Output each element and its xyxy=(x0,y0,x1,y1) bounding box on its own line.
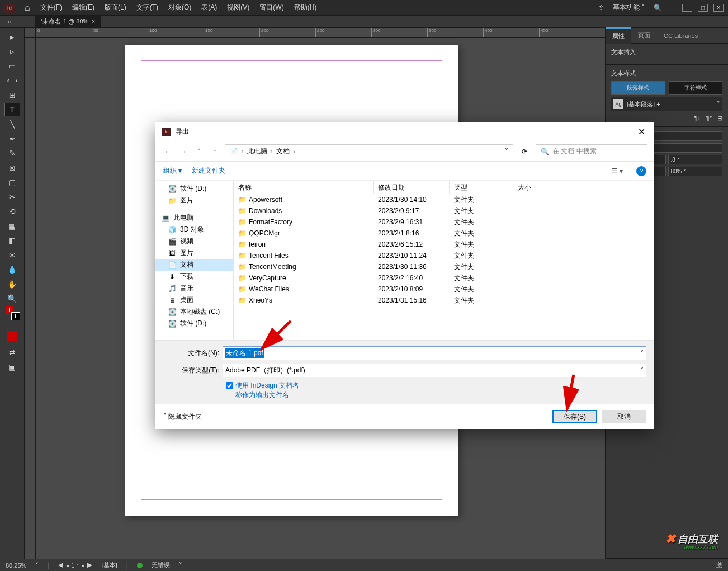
filename-input[interactable]: 未命名-1.pdf ˅ xyxy=(223,346,646,360)
color-swatch[interactable] xyxy=(4,328,20,345)
menu-view[interactable]: 视图(V) xyxy=(227,3,249,12)
gradient-feather-tool[interactable]: ◧ xyxy=(4,234,20,247)
menu-file[interactable]: 文件(F) xyxy=(40,3,62,12)
free-transform-tool[interactable]: ⟲ xyxy=(4,205,20,218)
savetype-combo[interactable]: Adobe PDF（打印）(*.pdf) ˅ xyxy=(223,364,646,377)
content-collector-tool[interactable]: ⊞ xyxy=(4,88,20,102)
window-maximize[interactable]: □ xyxy=(698,4,708,12)
collapse-icon[interactable]: ˄ xyxy=(163,413,167,421)
file-row[interactable]: 📁VeryCapture2023/2/2 16:40文件夹 xyxy=(234,272,654,284)
refresh-icon[interactable]: ⟳ xyxy=(518,148,531,155)
scissors-tool[interactable]: ✂ xyxy=(4,190,20,204)
save-button[interactable]: 保存(S) xyxy=(552,410,597,423)
screen-mode-tool[interactable]: ▣ xyxy=(4,360,20,374)
tree-item[interactable]: 💽软件 (D:) xyxy=(155,183,233,195)
document-tab-close-icon[interactable]: × xyxy=(92,18,95,25)
rectangle-frame-tool[interactable]: ⊠ xyxy=(4,161,20,174)
eyedropper-tool[interactable]: 💧 xyxy=(4,263,20,276)
file-row[interactable]: 📁QQPCMgr2023/2/1 8:16文件夹 xyxy=(234,228,654,239)
cancel-button[interactable]: 取消 xyxy=(602,410,646,423)
file-row[interactable]: 📁WeChat Files2023/2/10 8:09文件夹 xyxy=(234,284,654,295)
direct-selection-tool[interactable]: ▹ xyxy=(4,45,20,58)
pen-tool[interactable]: ✒ xyxy=(4,132,20,145)
tree-item[interactable]: 💽本地磁盘 (C:) xyxy=(155,306,233,318)
use-docname-checkbox[interactable] xyxy=(226,382,233,389)
gap-tool[interactable]: ⟷ xyxy=(4,74,20,87)
tree-item[interactable]: 🖥桌面 xyxy=(155,294,233,306)
window-minimize[interactable]: — xyxy=(682,4,692,12)
workspace-selector[interactable]: 基本功能 ˅ xyxy=(613,3,645,12)
panel-tab-pages[interactable]: 页面 xyxy=(631,28,657,43)
tree-item[interactable]: 🎬视频 xyxy=(155,235,233,247)
selection-tool[interactable]: ▸ xyxy=(4,30,20,44)
nav-back-icon[interactable]: ← xyxy=(162,148,173,155)
type-tool[interactable]: T xyxy=(4,103,20,116)
address-bar[interactable]: 📄 › 此电脑 › 文档 › ˅ xyxy=(225,144,513,158)
help-icon[interactable]: ? xyxy=(636,166,646,176)
nav-forward-icon[interactable]: → xyxy=(178,148,189,155)
col-size[interactable]: 大小 xyxy=(513,181,569,194)
leading-field[interactable]: .8 ˅ xyxy=(668,155,723,164)
vertical-ruler[interactable] xyxy=(25,38,36,559)
col-date[interactable]: 修改日期 xyxy=(374,181,450,194)
menu-object[interactable]: 对象(O) xyxy=(168,3,191,12)
view-options-icon[interactable]: ☰ ▾ xyxy=(608,166,626,176)
hand-tool[interactable]: ✋ xyxy=(4,277,20,291)
file-list-header[interactable]: 名称 修改日期 类型 大小 xyxy=(234,181,654,194)
file-row[interactable]: 📁Downloads2023/2/9 9:17文件夹 xyxy=(234,205,654,216)
line-tool[interactable]: ╲ xyxy=(4,117,20,131)
file-row[interactable]: 📁Apowersoft2023/1/30 14:10文件夹 xyxy=(234,194,654,205)
chevron-down-icon[interactable]: ˅ xyxy=(640,350,644,357)
page-tool[interactable]: ▭ xyxy=(4,59,20,73)
file-row[interactable]: 📁Tencent Files2023/2/10 11:24文件夹 xyxy=(234,250,654,261)
add-icon[interactable]: ⊞ xyxy=(717,115,722,122)
rectangle-tool[interactable]: ▢ xyxy=(4,176,20,189)
menu-help[interactable]: 帮助(H) xyxy=(294,3,317,12)
file-row[interactable]: 📁teiron2023/2/6 15:12文件夹 xyxy=(234,239,654,250)
file-row[interactable]: 📁XneoYs2023/1/31 15:16文件夹 xyxy=(234,295,654,306)
menu-table[interactable]: 表(A) xyxy=(201,3,217,12)
new-folder-button[interactable]: 新建文件夹 xyxy=(192,166,225,176)
tree-item[interactable]: 🧊3D 对象 xyxy=(155,224,233,235)
menu-window[interactable]: 窗口(W) xyxy=(259,3,283,12)
tree-item[interactable]: ⬇下载 xyxy=(155,271,233,282)
opacity-field[interactable]: 80% ˅ xyxy=(668,167,723,176)
file-row[interactable]: 📁FormatFactory2023/2/9 16:31文件夹 xyxy=(234,216,654,228)
clear-override-icon[interactable]: ¶↓ xyxy=(694,115,700,122)
hide-folders-link[interactable]: 隐藏文件夹 xyxy=(168,412,202,422)
horizontal-ruler[interactable]: 050100150200250300350400450 xyxy=(36,28,605,38)
pencil-tool[interactable]: ✎ xyxy=(4,147,20,160)
nav-recent-icon[interactable]: ˅ xyxy=(193,148,205,155)
menu-layout[interactable]: 版面(L) xyxy=(105,3,126,12)
folder-tree[interactable]: 💽软件 (D:) 📁图片 💻此电脑 🧊3D 对象 🎬视频 🖼图片 📄文档 ⬇下载… xyxy=(155,181,234,340)
ruler-origin[interactable] xyxy=(25,28,36,38)
panel-tab-cc[interactable]: CC Libraries xyxy=(657,29,705,43)
zoom-level[interactable]: 80.25% xyxy=(6,562,26,569)
share-icon[interactable]: ⇪ xyxy=(598,4,604,12)
menu-edit[interactable]: 编辑(E) xyxy=(72,3,94,12)
search-input[interactable]: 🔍 在 文档 中搜索 xyxy=(536,144,647,158)
nav-up-icon[interactable]: ↑ xyxy=(209,148,220,155)
tree-item[interactable]: 💽软件 (D:) xyxy=(155,318,233,329)
home-icon[interactable]: ⌂ xyxy=(25,3,30,13)
dialog-close-icon[interactable]: ✕ xyxy=(636,124,647,139)
menu-type[interactable]: 文字(T) xyxy=(136,3,158,12)
style-basic-paragraph[interactable]: Ag [基本段落] + ˅ xyxy=(611,97,722,111)
col-name[interactable]: 名称 xyxy=(234,181,374,194)
char-style-tab[interactable]: 字符样式 xyxy=(669,81,723,95)
tree-item-root[interactable]: 💻此电脑 xyxy=(155,212,233,224)
panel-tab-properties[interactable]: 属性 xyxy=(606,27,631,44)
organize-button[interactable]: 组织 ▾ xyxy=(163,166,182,176)
file-row[interactable]: 📁TencentMeeting2023/1/30 11:36文件夹 xyxy=(234,261,654,272)
col-type[interactable]: 类型 xyxy=(450,181,513,194)
page-nav[interactable]: ⯇ ◀ 1 ˅ ▶ ⯈ xyxy=(58,562,92,569)
gradient-swatch-tool[interactable]: ▦ xyxy=(4,219,20,233)
chevron-down-icon[interactable]: ˅ xyxy=(505,148,508,155)
tree-item-active[interactable]: 📄文档 xyxy=(155,259,233,271)
note-tool[interactable]: ✉ xyxy=(4,248,20,262)
fill-stroke-swatch[interactable]: T T xyxy=(4,306,20,323)
tree-item[interactable]: 🎵音乐 xyxy=(155,282,233,294)
apply-swap-tool[interactable]: ⇄ xyxy=(4,346,20,359)
control-strip-toggle[interactable]: » xyxy=(3,16,15,27)
tree-item[interactable]: 📁图片 xyxy=(155,195,233,206)
